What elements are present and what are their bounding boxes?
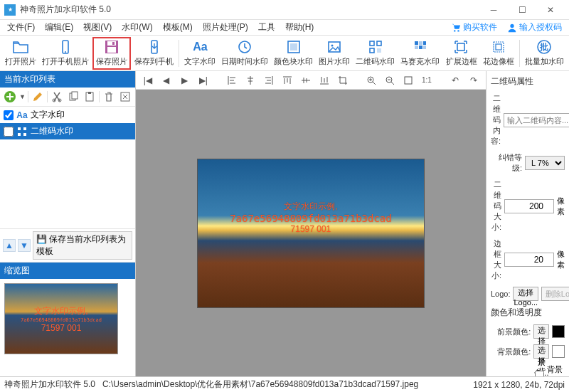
wm-item-qr[interactable]: 二维码水印 [0, 123, 135, 139]
qr-size-input[interactable] [504, 199, 554, 213]
rotate-left-button[interactable]: ↶ [447, 73, 463, 88]
floppy-disk-icon: 💾 [36, 234, 47, 244]
clear-button[interactable] [118, 90, 132, 104]
left-panel: 当前水印列表 ▼ Aa 文字水印 二维码水印 [0, 71, 136, 376]
edit-wm-button[interactable] [31, 90, 45, 104]
tb-open-mobile[interactable]: 打开手机照片 [40, 37, 91, 70]
qr-content-input[interactable] [504, 113, 569, 127]
image-icon [326, 39, 343, 55]
tb-extend-border[interactable]: 扩展边框 [443, 37, 479, 70]
copy-button[interactable] [66, 90, 80, 104]
close-button[interactable]: ✕ [536, 0, 565, 20]
wm-item-check[interactable] [4, 110, 14, 120]
buy-software-label: 购买软件 [463, 21, 497, 33]
tb-qr-wm[interactable]: 二维码水印 [353, 37, 397, 70]
buy-software-link[interactable]: 购买软件 [447, 20, 501, 35]
align-top-button[interactable] [280, 73, 295, 88]
add-wm-button[interactable] [3, 90, 17, 104]
zoom-out-button[interactable] [382, 73, 398, 88]
svg-rect-19 [415, 41, 418, 45]
svg-rect-7 [112, 42, 115, 45]
expand-icon [452, 39, 469, 55]
menu-edit[interactable]: 编辑(E) [41, 20, 78, 35]
wm-list-nav: ▲ ▼ 💾 保存当前水印列表为模板 [0, 228, 135, 263]
menu-view[interactable]: 视图(V) [79, 20, 116, 35]
move-down-button[interactable]: ▼ [18, 239, 31, 252]
cut-button[interactable] [50, 90, 64, 104]
save-template-button[interactable]: 💾 保存当前水印列表为模板 [33, 231, 132, 260]
ecc-select[interactable]: L 7% [525, 156, 565, 170]
svg-point-4 [65, 51, 66, 53]
wm-item-text[interactable]: Aa 文字水印 [0, 107, 135, 123]
fg-swatch[interactable] [552, 325, 565, 338]
tb-batch[interactable]: 批批量加水印 [523, 37, 566, 70]
bg-transparent-check[interactable] [535, 371, 544, 377]
bg-color-button[interactable]: 选择背景色... [533, 344, 549, 359]
maximize-button[interactable]: ☐ [508, 0, 536, 20]
nav-last-button[interactable]: ▶| [196, 73, 211, 88]
nav-next-button[interactable]: ▶ [177, 73, 193, 88]
svg-rect-8 [107, 47, 116, 53]
text-aa-icon: Aa [16, 110, 28, 121]
menu-tools[interactable]: 工具 [254, 20, 280, 35]
align-center-button[interactable] [243, 73, 258, 88]
nav-first-button[interactable]: |◀ [140, 73, 156, 88]
wm-item-label: 文字水印 [31, 109, 65, 121]
svg-rect-20 [419, 41, 422, 45]
canvas-viewport[interactable]: 文字水印示例, 7a67e56948809fd013a71b3dcad 7159… [136, 90, 486, 376]
tb-mosaic-wm[interactable]: 马赛克水印 [398, 37, 442, 70]
menu-help[interactable]: 帮助(H) [281, 20, 319, 35]
menu-photo-process[interactable]: 照片处理(P) [198, 20, 252, 35]
svg-rect-6 [107, 41, 116, 46]
nav-prev-button[interactable]: ◀ [159, 73, 174, 88]
minimize-button[interactable]: ─ [479, 0, 508, 20]
photo-preview[interactable]: 文字水印示例, 7a67e56948809fd013a71b3dcad 7159… [197, 159, 425, 308]
properties-panel: 二维码属性 二维码内容: 纠错等级:L 7% 二维码大小:像素 边框大小:像素 … [486, 71, 569, 376]
delete-logo-button[interactable]: 删除Logo [541, 287, 569, 301]
mobile-save-icon [146, 39, 163, 55]
thumbnail-image[interactable]: 文字水印示例, 7a67e56948809fd013a71b3dcad 7159… [4, 283, 118, 354]
tb-save-photo[interactable]: 保存照片 [92, 37, 131, 70]
menu-file[interactable]: 文件(F) [3, 20, 39, 35]
tb-image-wm[interactable]: 图片水印 [317, 37, 352, 70]
wm-item-check[interactable] [4, 127, 14, 137]
align-right-button[interactable] [261, 73, 277, 88]
watermark-overlay[interactable]: 文字水印示例, 7a67e56948809fd013a71b3dcad 7159… [198, 201, 424, 234]
dropdown-arrow-icon[interactable]: ▼ [19, 93, 26, 100]
align-middle-button[interactable] [298, 73, 314, 88]
zoom-in-button[interactable] [363, 73, 379, 88]
enter-license-link[interactable]: 输入授权码 [503, 20, 566, 35]
rotate-right-button[interactable]: ↷ [466, 73, 482, 88]
qr-icon [367, 39, 384, 55]
tb-text-wm[interactable]: Aa文字水印 [182, 37, 218, 70]
svg-rect-44 [405, 77, 412, 84]
menu-watermark[interactable]: 水印(W) [117, 20, 156, 35]
menu-template[interactable]: 模板(M) [159, 20, 197, 35]
zoom-100-button[interactable]: 1:1 [419, 73, 435, 88]
bg-swatch[interactable] [552, 345, 565, 358]
move-up-button[interactable]: ▲ [3, 239, 16, 252]
delete-button[interactable] [102, 90, 116, 104]
paste-button[interactable] [83, 90, 97, 104]
svg-rect-24 [423, 46, 426, 49]
svg-rect-21 [423, 41, 426, 45]
tb-open-photo[interactable]: 打开照片 [3, 37, 38, 70]
align-bottom-button[interactable] [317, 73, 332, 88]
svg-point-14 [331, 45, 334, 47]
svg-text:批: 批 [539, 42, 548, 52]
menu-bar: 文件(F) 编辑(E) 视图(V) 水印(W) 模板(M) 照片处理(P) 工具… [0, 20, 569, 36]
tb-lace-frame[interactable]: 花边像框 [481, 37, 516, 70]
select-logo-button[interactable]: 选择Logo... [513, 287, 538, 301]
tb-save-mobile[interactable]: 保存到手机 [132, 37, 176, 70]
tb-date-wm[interactable]: 日期时间水印 [220, 37, 271, 70]
mosaic-icon [412, 39, 429, 55]
svg-rect-34 [72, 92, 78, 99]
tb-color-wm[interactable]: 颜色块水印 [272, 37, 315, 70]
crop-button[interactable] [335, 73, 351, 88]
align-left-button[interactable] [224, 73, 240, 88]
zoom-fit-button[interactable] [400, 73, 416, 88]
fg-color-button[interactable]: 选择前景色... [533, 324, 549, 339]
svg-point-0 [454, 30, 455, 31]
svg-point-2 [510, 23, 514, 27]
border-size-input[interactable] [504, 253, 554, 267]
